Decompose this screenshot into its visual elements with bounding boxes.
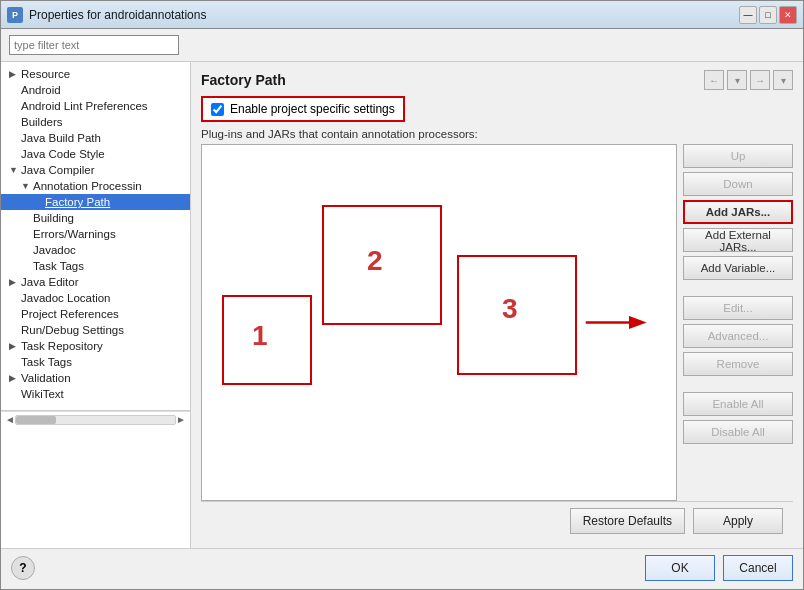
add-external-jars-button[interactable]: Add External JARs... — [683, 228, 793, 252]
annotation-label-3: 3 — [502, 293, 518, 325]
sidebar-item-builders[interactable]: Builders — [1, 114, 190, 130]
expand-arrow-resource: ▶ — [9, 69, 21, 79]
sidebar-item-resource[interactable]: ▶ Resource — [1, 66, 190, 82]
ok-button[interactable]: OK — [645, 555, 715, 581]
sidebar-item-javadoc-location[interactable]: Javadoc Location — [1, 290, 190, 306]
sidebar-item-run-debug[interactable]: Run/Debug Settings — [1, 322, 190, 338]
body-split: ▶ Resource Android Android Lint Preferen… — [1, 62, 803, 548]
sidebar-item-wikitext[interactable]: WikiText — [1, 386, 190, 402]
plugins-label: Plug-ins and JARs that contain annotatio… — [201, 128, 793, 140]
sidebar-item-java-build-path[interactable]: Java Build Path — [1, 130, 190, 146]
window-title: Properties for androidannotations — [29, 8, 739, 22]
annotation-label-1: 1 — [252, 320, 268, 352]
advanced-button[interactable]: Advanced... — [683, 324, 793, 348]
enable-project-settings-checkbox[interactable] — [211, 103, 224, 116]
sidebar-item-project-references[interactable]: Project References — [1, 306, 190, 322]
expand-arrow-ap: ▼ — [21, 181, 33, 191]
nav-back-button[interactable]: ← — [704, 70, 724, 90]
list-and-buttons: 1 2 3 Up Down Add JARs... — [201, 144, 793, 501]
cancel-button[interactable]: Cancel — [723, 555, 793, 581]
sidebar-item-annotation-processing[interactable]: ▼ Annotation Processin — [1, 178, 190, 194]
down-button[interactable]: Down — [683, 172, 793, 196]
scrollbar-thumb — [16, 416, 56, 424]
sidebar-item-task-tags[interactable]: Task Tags — [1, 258, 190, 274]
help-button[interactable]: ? — [11, 556, 35, 580]
nav-forward-button[interactable]: → — [750, 70, 770, 90]
filter-bar — [1, 29, 803, 62]
expand-arrow-jc: ▼ — [9, 165, 21, 175]
edit-button[interactable]: Edit... — [683, 296, 793, 320]
dialog-bottom: ? OK Cancel — [1, 548, 803, 589]
enable-checkbox-row: Enable project specific settings — [201, 96, 405, 122]
sidebar-item-task-repository[interactable]: ▶ Task Repository — [1, 338, 190, 354]
scroll-left[interactable]: ◄ — [5, 414, 15, 425]
disable-all-button[interactable]: Disable All — [683, 420, 793, 444]
window-icon: P — [7, 7, 23, 23]
enable-project-settings-label: Enable project specific settings — [230, 102, 395, 116]
side-buttons: Up Down Add JARs... Add External JARs...… — [683, 144, 793, 501]
add-jars-button[interactable]: Add JARs... — [683, 200, 793, 224]
sidebar-item-java-editor[interactable]: ▶ Java Editor — [1, 274, 190, 290]
annotation-label-2: 2 — [367, 245, 383, 277]
enable-all-button[interactable]: Enable All — [683, 392, 793, 416]
main-window: P Properties for androidannotations — □ … — [0, 0, 804, 590]
panel-bottom-bar: Restore Defaults Apply — [201, 501, 793, 540]
expand-arrow-tr: ▶ — [9, 341, 21, 351]
minimize-button[interactable]: — — [739, 6, 757, 24]
nav-dropdown-button[interactable]: ▾ — [727, 70, 747, 90]
title-bar: P Properties for androidannotations — □ … — [1, 1, 803, 29]
panel-header: Factory Path ← ▾ → ▾ — [201, 70, 793, 90]
sidebar-item-java-compiler[interactable]: ▼ Java Compiler — [1, 162, 190, 178]
sidebar-item-factory-path[interactable]: Factory Path — [1, 194, 190, 210]
sidebar-item-validation[interactable]: ▶ Validation — [1, 370, 190, 386]
nav-tree: ▶ Resource Android Android Lint Preferen… — [1, 62, 191, 548]
sidebar-item-java-code-style[interactable]: Java Code Style — [1, 146, 190, 162]
up-button[interactable]: Up — [683, 144, 793, 168]
list-area: 1 2 3 — [201, 144, 677, 501]
sidebar-item-android-lint[interactable]: Android Lint Preferences — [1, 98, 190, 114]
title-bar-buttons: — □ ✕ — [739, 6, 797, 24]
remove-button[interactable]: Remove — [683, 352, 793, 376]
sidebar-item-android[interactable]: Android — [1, 82, 190, 98]
scrollbar-track — [15, 415, 176, 425]
expand-arrow-val: ▶ — [9, 373, 21, 383]
expand-arrow-je: ▶ — [9, 277, 21, 287]
maximize-button[interactable]: □ — [759, 6, 777, 24]
sidebar-item-errors-warnings[interactable]: Errors/Warnings — [1, 226, 190, 242]
nav-scrollbar[interactable]: ◄ ► — [1, 410, 190, 427]
restore-defaults-button[interactable]: Restore Defaults — [570, 508, 685, 534]
sidebar-item-task-tags2[interactable]: Task Tags — [1, 354, 190, 370]
nav-dropdown2-button[interactable]: ▾ — [773, 70, 793, 90]
nav-arrows: ← ▾ → ▾ — [704, 70, 793, 90]
main-content: ▶ Resource Android Android Lint Preferen… — [1, 29, 803, 548]
sidebar-item-building[interactable]: Building — [1, 210, 190, 226]
apply-button[interactable]: Apply — [693, 508, 783, 534]
add-variable-button[interactable]: Add Variable... — [683, 256, 793, 280]
right-panel: Factory Path ← ▾ → ▾ Enable project spec… — [191, 62, 803, 548]
sidebar-item-javadoc[interactable]: Javadoc — [1, 242, 190, 258]
close-button[interactable]: ✕ — [779, 6, 797, 24]
filter-input[interactable] — [9, 35, 179, 55]
scroll-right[interactable]: ► — [176, 414, 186, 425]
panel-title: Factory Path — [201, 72, 286, 88]
